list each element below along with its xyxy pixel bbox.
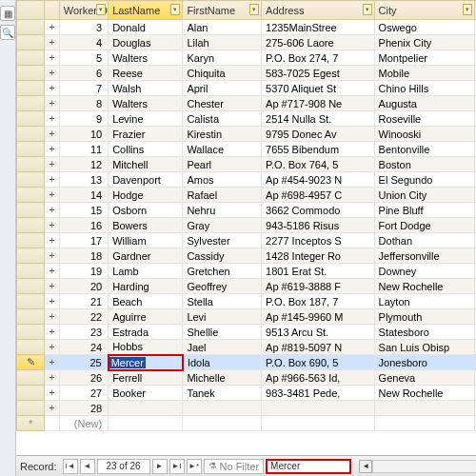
expand-icon[interactable]: +: [45, 355, 60, 370]
cell-city[interactable]: Jonesboro: [374, 355, 474, 370]
cell-lastname[interactable]: Mercer: [109, 355, 183, 370]
nav-next-button[interactable]: ►: [152, 459, 168, 474]
col-address[interactable]: Address▾: [262, 1, 375, 20]
cell-firstname[interactable]: Gray: [183, 218, 262, 233]
cell-lastname[interactable]: Booker: [109, 386, 183, 401]
cell-city[interactable]: Winooski: [374, 127, 474, 142]
table-row[interactable]: +9LevineCalista2514 Nulla St.RosevilleIA: [17, 111, 477, 127]
expand-icon[interactable]: +: [45, 188, 60, 203]
table-row[interactable]: +24HobbsJaelAp #819-5097 NSan Luis Obisp…: [17, 340, 477, 355]
expand-icon[interactable]: +: [45, 325, 60, 340]
cell-address[interactable]: P.O. Box 274, 7: [262, 50, 375, 66]
cell-city[interactable]: Statesboro: [374, 325, 474, 340]
cell-city[interactable]: Augusta: [374, 96, 474, 111]
cell-lastname[interactable]: Ferrell: [109, 370, 183, 386]
cell-city[interactable]: El Segundo: [374, 172, 474, 188]
cell-firstname[interactable]: Jael: [183, 340, 262, 355]
expand-icon[interactable]: +: [45, 20, 60, 35]
record-position[interactable]: 23 of 26: [97, 459, 150, 474]
cell-city[interactable]: Roseville: [374, 111, 474, 127]
cell-lastname[interactable]: Osborn: [109, 203, 183, 218]
expand-icon[interactable]: +: [45, 157, 60, 172]
cell-lastname[interactable]: Collins: [109, 142, 183, 157]
scroll-left-icon[interactable]: ◄: [359, 460, 372, 473]
table-row[interactable]: +6ReeseChiquita583-7025 EgestMobileIN: [17, 66, 477, 81]
row-selector[interactable]: [17, 325, 45, 340]
expand-icon[interactable]: +: [45, 248, 60, 264]
expand-icon[interactable]: +: [45, 401, 60, 416]
cell-firstname[interactable]: Wallace: [183, 142, 262, 157]
cell-city[interactable]: Bentonville: [374, 142, 474, 157]
cell-firstname[interactable]: Stella: [183, 294, 262, 309]
object-icon[interactable]: ▦: [0, 6, 15, 21]
cell-firstname[interactable]: Pearl: [183, 157, 262, 172]
cell-workerid[interactable]: 24: [59, 340, 108, 355]
table-row[interactable]: +13DavenportAmosAp #454-9023 NEl Segundo…: [17, 172, 477, 188]
cell-workerid[interactable]: 7: [59, 81, 108, 96]
cell-workerid[interactable]: 18: [59, 248, 108, 264]
cell-city[interactable]: Jeffersonville: [374, 248, 474, 264]
row-selector[interactable]: [17, 111, 45, 127]
cell-city[interactable]: New Rochelle: [374, 279, 474, 294]
row-selector[interactable]: [17, 20, 45, 35]
expand-icon[interactable]: +: [45, 340, 60, 355]
expand-icon[interactable]: +: [45, 309, 60, 325]
cell-workerid[interactable]: 5: [59, 50, 108, 66]
cell-lastname[interactable]: Davenport: [109, 172, 183, 188]
cell-workerid[interactable]: 13: [59, 172, 108, 188]
cell-workerid[interactable]: 3: [59, 20, 108, 35]
cell-lastname[interactable]: William: [109, 233, 183, 248]
chevron-down-icon[interactable]: ▾: [96, 4, 106, 15]
cell-firstname[interactable]: [183, 401, 262, 416]
cell-workerid[interactable]: (New): [59, 416, 108, 431]
cell-workerid[interactable]: 12: [59, 157, 108, 172]
cell-address[interactable]: P.O. Box 690, 5: [262, 355, 375, 370]
cell-workerid[interactable]: 9: [59, 111, 108, 127]
cell-address[interactable]: 7655 Bibendum: [262, 142, 375, 157]
chevron-down-icon[interactable]: ▾: [363, 4, 372, 15]
cell-lastname[interactable]: Donald: [109, 20, 183, 35]
expand-icon[interactable]: +: [45, 172, 60, 188]
cell-address[interactable]: 943-5186 Risus: [262, 218, 375, 233]
table-row[interactable]: +8WaltersChesterAp #717-908 NeAugustaIN: [17, 96, 477, 111]
cell-address[interactable]: 9795 Donec Av: [262, 127, 375, 142]
nav-prev-button[interactable]: ◄: [80, 459, 95, 474]
cell-address[interactable]: 1235MainStree: [262, 20, 375, 35]
expand-icon[interactable]: +: [45, 264, 60, 279]
cell-lastname[interactable]: Frazier: [109, 127, 183, 142]
cell-lastname[interactable]: Bowers: [109, 218, 183, 233]
table-row[interactable]: +19LambGretchen1801 Erat St.DowneyMO: [17, 264, 477, 279]
expand-icon[interactable]: +: [45, 203, 60, 218]
table-row[interactable]: +14HodgeRafaelAp #698-4957 CUnion CityCO: [17, 188, 477, 203]
cell-firstname[interactable]: April: [183, 81, 262, 96]
table-row[interactable]: +17WilliamSylvester2277 Inceptos SDothan…: [17, 233, 477, 248]
cell-lastname[interactable]: [109, 401, 183, 416]
cell-firstname[interactable]: Alan: [183, 20, 262, 35]
cell-lastname[interactable]: Estrada: [109, 325, 183, 340]
row-selector[interactable]: *: [17, 416, 45, 431]
cell-workerid[interactable]: 10: [59, 127, 108, 142]
cell-firstname[interactable]: Tanek: [183, 386, 262, 401]
cell-address[interactable]: 983-3481 Pede,: [262, 386, 375, 401]
cell-workerid[interactable]: 16: [59, 218, 108, 233]
cell-workerid[interactable]: 17: [59, 233, 108, 248]
cell-workerid[interactable]: 8: [59, 96, 108, 111]
cell-workerid[interactable]: 14: [59, 188, 108, 203]
col-firstname[interactable]: FirstName▾: [183, 1, 262, 20]
cell-address[interactable]: Ap #717-908 Ne: [262, 96, 375, 111]
cell-firstname[interactable]: Chester: [183, 96, 262, 111]
row-selector[interactable]: [17, 386, 45, 401]
cell-firstname[interactable]: Karyn: [183, 50, 262, 66]
cell-address[interactable]: 5370 Aliquet St: [262, 81, 375, 96]
cell-lastname[interactable]: Levine: [109, 111, 183, 127]
table-row[interactable]: +16BowersGray943-5186 RisusFort DodgeIN: [17, 218, 477, 233]
expand-icon[interactable]: +: [45, 127, 60, 142]
cell-lastname[interactable]: Gardner: [109, 248, 183, 264]
expand-icon[interactable]: +: [45, 66, 60, 81]
expand-icon[interactable]: +: [45, 370, 60, 386]
cell-address[interactable]: Ap #966-563 Id,: [262, 370, 375, 386]
table-row[interactable]: +23EstradaShellie9513 Arcu St.Statesboro…: [17, 325, 477, 340]
cell-lastname[interactable]: Reese: [109, 66, 183, 81]
table-row[interactable]: +20HardingGeoffreyAp #619-3888 FNew Roch…: [17, 279, 477, 294]
cell-city[interactable]: Phenix City: [374, 35, 474, 50]
